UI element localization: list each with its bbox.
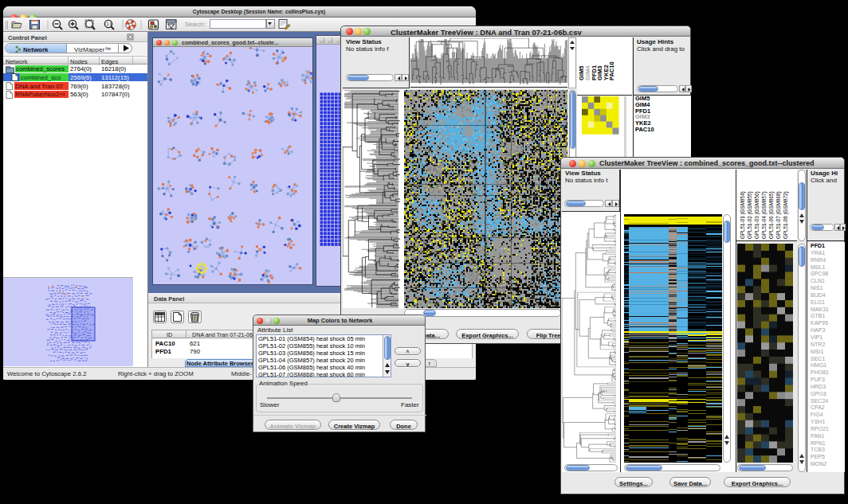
svg-text:GPL51-08 (GSM872): GPL51-08 (GSM872) xyxy=(783,192,789,240)
svg-text:GPL51-07 (GSM868): GPL51-07 (GSM868) xyxy=(775,192,782,240)
svg-text:PAC10: PAC10 xyxy=(608,61,615,80)
svg-text:GPL51-02 (GSM855): GPL51-02 (GSM855) xyxy=(747,192,753,240)
svg-text:1:1: 1:1 xyxy=(106,21,112,26)
svg-text:GPL51-01 (GSM854): GPL51-01 (GSM854) xyxy=(740,192,746,240)
svg-text:GPL51-04 (GSM857): GPL51-04 (GSM857) xyxy=(761,192,768,240)
svg-text:GPL51-06 (GSM865): GPL51-06 (GSM865) xyxy=(768,192,775,240)
svg-text:GPL51-03 (GSM856): GPL51-03 (GSM856) xyxy=(754,192,760,240)
